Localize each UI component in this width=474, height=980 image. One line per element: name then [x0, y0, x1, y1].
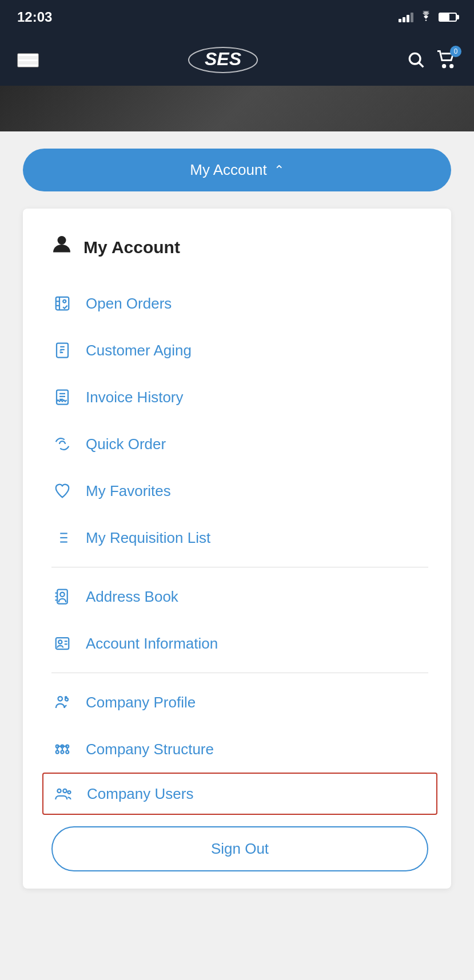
customer-aging-icon: $	[51, 339, 73, 361]
cart-count: 0	[450, 46, 461, 57]
open-orders-label: Open Orders	[86, 295, 172, 313]
svg-point-33	[56, 751, 59, 754]
svg-point-19	[60, 593, 65, 597]
svg-point-4	[443, 65, 445, 67]
address-book-item[interactable]: Address Book	[51, 573, 428, 620]
svg-rect-9	[57, 343, 68, 358]
my-account-label: My Account	[190, 161, 266, 179]
my-favorites-item[interactable]: My Favorites	[51, 467, 428, 514]
customer-aging-label: Customer Aging	[86, 342, 192, 359]
account-information-icon	[51, 633, 73, 654]
my-favorites-label: My Favorites	[86, 482, 171, 500]
company-profile-icon	[51, 691, 73, 713]
nav-header: SES 0	[0, 34, 474, 86]
menu-header: My Account	[51, 226, 428, 274]
status-bar: 12:03	[0, 0, 474, 34]
status-time: 12:03	[17, 9, 52, 25]
company-users-icon	[53, 783, 74, 805]
svg-point-29	[65, 697, 67, 698]
search-icon	[407, 50, 425, 69]
requisition-list-item[interactable]: My Requisition List	[51, 514, 428, 561]
company-structure-label: Company Structure	[86, 741, 214, 758]
logo: SES	[186, 45, 260, 76]
company-structure-icon	[51, 738, 73, 760]
company-users-label: Company Users	[87, 785, 193, 803]
divider-1	[51, 567, 428, 567]
svg-point-5	[451, 65, 453, 67]
open-orders-icon	[51, 293, 73, 314]
invoice-history-label: Invoice History	[86, 389, 184, 406]
svg-line-3	[419, 63, 423, 67]
company-profile-item[interactable]: Company Profile	[51, 679, 428, 726]
my-account-button[interactable]: My Account ⌃	[23, 149, 451, 191]
menu-card: My Account Open Orders $	[23, 209, 451, 889]
customer-aging-item[interactable]: $ Customer Aging	[51, 327, 428, 374]
svg-point-41	[63, 789, 66, 793]
company-users-item[interactable]: Company Users	[42, 773, 437, 815]
signal-icon	[399, 12, 413, 22]
wifi-icon	[419, 11, 433, 24]
my-favorites-icon	[51, 480, 73, 502]
ses-logo: SES	[186, 45, 260, 76]
quick-order-icon	[51, 433, 73, 455]
requisition-list-icon	[51, 527, 73, 549]
svg-point-24	[58, 640, 62, 643]
cart-button[interactable]: 0	[436, 50, 457, 70]
open-orders-item[interactable]: Open Orders	[51, 280, 428, 327]
invoice-history-icon	[51, 386, 73, 408]
svg-point-27	[58, 697, 63, 701]
account-information-label: Account Information	[86, 635, 218, 653]
svg-point-35	[66, 751, 69, 754]
svg-point-8	[63, 300, 66, 303]
menu-header-title: My Account	[83, 238, 180, 257]
invoice-history-item[interactable]: Invoice History	[51, 374, 428, 421]
hero-background	[0, 86, 474, 131]
svg-text:SES: SES	[204, 49, 241, 69]
address-book-label: Address Book	[86, 588, 178, 606]
svg-rect-7	[56, 297, 69, 310]
svg-point-2	[409, 53, 420, 64]
quick-order-item[interactable]: Quick Order	[51, 421, 428, 467]
company-structure-item[interactable]: Company Structure	[51, 726, 428, 773]
svg-point-42	[68, 791, 71, 794]
svg-point-34	[61, 751, 64, 754]
company-profile-label: Company Profile	[86, 694, 196, 711]
svg-point-40	[57, 789, 61, 793]
chevron-up-icon: ⌃	[274, 163, 284, 178]
account-information-item[interactable]: Account Information	[51, 620, 428, 667]
hamburger-menu[interactable]	[17, 53, 39, 67]
battery-icon	[439, 13, 457, 22]
search-button[interactable]	[407, 50, 425, 70]
divider-2	[51, 673, 428, 673]
nav-actions: 0	[407, 50, 457, 70]
requisition-list-label: My Requisition List	[86, 529, 210, 547]
sign-out-button[interactable]: Sign Out	[51, 826, 428, 871]
address-book-icon	[51, 586, 73, 607]
user-icon	[51, 234, 72, 260]
status-icons	[399, 11, 457, 24]
svg-point-6	[58, 236, 66, 245]
quick-order-label: Quick Order	[86, 435, 166, 453]
main-content: My Account ⌃ My Account	[0, 131, 474, 980]
